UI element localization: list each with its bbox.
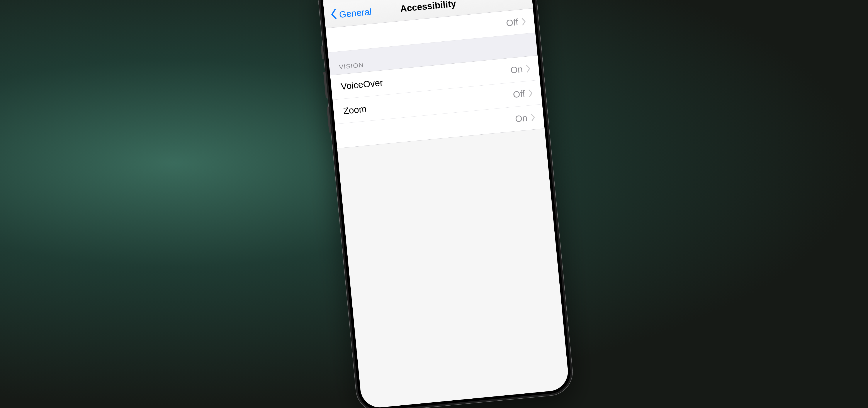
back-label: General	[339, 6, 372, 20]
chevron-right-icon	[530, 114, 535, 121]
volume-down-button[interactable]	[327, 106, 331, 133]
volume-up-button[interactable]	[323, 72, 328, 98]
chevron-right-icon	[521, 18, 526, 26]
row-value: On	[510, 64, 523, 75]
row-label	[345, 119, 515, 135]
chevron-left-icon	[330, 9, 337, 22]
page-title: Accessibility	[400, 0, 456, 14]
row-value: Off	[513, 89, 525, 100]
phone-screen: 10:41	[321, 0, 570, 408]
chevron-right-icon	[528, 89, 533, 97]
status-time: 10:41	[335, 0, 359, 1]
chevron-right-icon	[526, 65, 531, 72]
row-value: Off	[505, 17, 519, 28]
back-button[interactable]: General	[329, 0, 373, 28]
row-value: On	[515, 113, 528, 124]
mute-switch[interactable]	[320, 46, 324, 60]
